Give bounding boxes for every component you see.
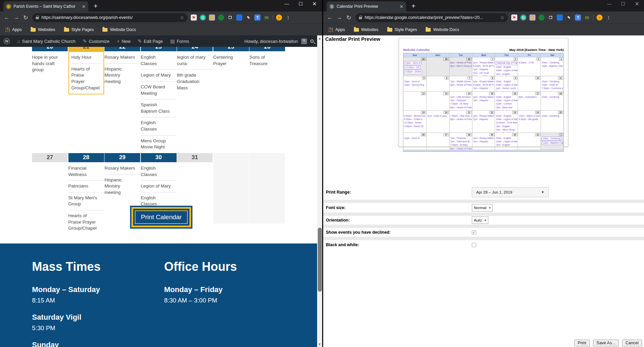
translate-icon[interactable]: T xyxy=(254,15,260,21)
calendar-event[interactable]: English Classes xyxy=(141,163,177,181)
bookmark-item-website-docs[interactable]: Website Docs xyxy=(426,27,459,32)
admin-site-link[interactable]: ⌂ Saint Mary Catholic Church xyxy=(13,35,79,47)
bookmark-item-website-docs[interactable]: Website Docs xyxy=(102,27,136,32)
bookmark-star-icon[interactable]: ☆ xyxy=(500,15,504,20)
tab-calendar-print-preview[interactable]: S Calendar Print Preview ✕ xyxy=(327,1,406,11)
show-declined-checkbox[interactable]: ✓ xyxy=(472,230,476,235)
map-pin-icon[interactable] xyxy=(539,15,545,21)
calendar-event[interactable]: St Mary Men's Group xyxy=(68,193,104,210)
pen-icon[interactable]: ✎ xyxy=(245,15,251,21)
scroll-down-icon[interactable]: ▼ xyxy=(317,341,322,347)
tab-close-icon[interactable]: ✕ xyxy=(400,4,403,9)
admin-forms[interactable]: ▤ Forms xyxy=(166,35,193,47)
calendar-event[interactable]: Sons of Treasure xyxy=(249,52,285,69)
admin-new[interactable]: + New xyxy=(113,35,134,47)
print-range-dropdown[interactable]: Apr 28 – Jun 1, 2019▼ xyxy=(472,187,549,197)
maximize-icon[interactable]: ☐ xyxy=(621,1,625,6)
translate-icon[interactable]: T xyxy=(575,15,581,21)
calendar-event[interactable]: Centering Prayer xyxy=(213,52,249,69)
reload-icon[interactable]: ↻ xyxy=(344,14,354,21)
close-icon[interactable]: ✕ xyxy=(312,1,317,7)
calendar-event[interactable]: Rosary Makers xyxy=(104,163,140,175)
print-button[interactable]: Print xyxy=(574,340,590,346)
calendar-event[interactable]: Hearts of Praise Prayer Group/Chapel xyxy=(68,210,104,234)
script-money-icon[interactable]: {$} xyxy=(584,15,590,21)
avatar[interactable] xyxy=(301,38,307,44)
blue-square-icon[interactable] xyxy=(236,15,242,21)
cancel-button[interactable]: Cancel xyxy=(622,340,642,346)
admin-howdy[interactable]: Howdy, diocesan-fortwalton xyxy=(244,39,298,44)
calendar-event[interactable]: Legion of Mary xyxy=(141,181,177,193)
new-tab-button[interactable]: + xyxy=(411,3,416,9)
bookmarks-bar: AppsWebsitesStyle PagesWebsite Docs xyxy=(0,24,322,35)
scrollbar-thumb[interactable] xyxy=(318,228,322,292)
minimize-icon[interactable]: — xyxy=(284,1,289,6)
calendar-event[interactable]: Hope in your hands craft group xyxy=(32,52,68,76)
wp-logo-menu[interactable]: W xyxy=(0,35,13,47)
bookmark-item-websites[interactable]: Websites xyxy=(354,27,378,32)
bookmark-item-websites[interactable]: Websites xyxy=(31,27,55,32)
vertical-scrollbar[interactable]: ▲ ▼ xyxy=(317,35,322,347)
back-icon[interactable]: ← xyxy=(2,14,11,21)
pen-icon[interactable]: ✎ xyxy=(566,15,572,21)
calendar-event[interactable]: 8th grade Graduation Mass xyxy=(177,70,213,94)
profile-icon[interactable]: ● xyxy=(276,15,282,21)
blue-square-icon[interactable] xyxy=(557,15,563,21)
orientation-select[interactable]: Auto▼ xyxy=(472,216,488,224)
black-white-checkbox[interactable] xyxy=(472,243,476,247)
calendar-event[interactable]: Hispanic Ministry meeting xyxy=(104,64,140,88)
calendar-event[interactable]: Hearts of Praise Prayer Group/Chapel xyxy=(71,64,102,94)
crop-icon[interactable]: ❐ xyxy=(548,15,554,21)
url-bar[interactable]: https://calendar.google.com/calendar/pri… xyxy=(356,13,508,22)
admin-customize[interactable]: ✎ Customize xyxy=(79,35,113,47)
photo-icon[interactable]: ▤ xyxy=(529,15,535,21)
photo-icon[interactable]: ▤ xyxy=(209,15,215,21)
menu-icon[interactable]: ⋮ xyxy=(285,15,291,21)
save-as-button[interactable]: Save As... xyxy=(593,340,619,346)
reload-icon[interactable]: ↻ xyxy=(21,14,30,21)
tab-parish-events[interactable]: Parish Events – Saint Mary Cathol ✕ xyxy=(3,1,88,11)
bookmark-item-apps[interactable]: Apps xyxy=(5,27,22,32)
calendar-event[interactable]: Rosary Makers xyxy=(104,52,140,64)
grammarly-icon[interactable]: G xyxy=(520,15,526,21)
calendar-event[interactable]: English Classes xyxy=(141,52,177,70)
bookmark-item-apps[interactable]: Apps xyxy=(329,27,345,32)
bookmark-star-icon[interactable]: ☆ xyxy=(180,15,184,20)
minimize-icon[interactable]: — xyxy=(607,1,612,6)
maximize-icon[interactable]: ☐ xyxy=(299,1,303,6)
setting-label: Print Range: xyxy=(326,190,351,195)
new-tab-button[interactable]: + xyxy=(94,3,98,9)
print-calendar-button[interactable]: Print Calendar xyxy=(130,206,192,229)
calendar-event[interactable]: Patricians xyxy=(68,181,104,193)
grammarly-icon[interactable]: G xyxy=(200,15,206,21)
admin-edit-page[interactable]: ✎ Edit Page xyxy=(134,35,166,47)
calendar-event[interactable]: Hispanic Ministry meeting xyxy=(104,175,140,199)
forward-icon[interactable]: → xyxy=(11,14,21,21)
tab-close-icon[interactable]: ✕ xyxy=(82,4,86,9)
calendar-event[interactable]: Financial Wellness xyxy=(68,163,104,181)
calendar-event[interactable]: Legion of Mary xyxy=(141,70,177,82)
search-icon[interactable] xyxy=(310,39,314,43)
script-money-icon[interactable]: {$} xyxy=(264,15,270,21)
font-size-select[interactable]: Normal▼ xyxy=(472,204,493,211)
calendar-event[interactable]: Spanish Baptism Class xyxy=(141,99,177,117)
calendar-event[interactable]: Holy Hour xyxy=(71,52,102,64)
calendar-event[interactable]: Mens Group Movie Night xyxy=(141,136,177,153)
bookmark-badge-icon[interactable]: ⚑ xyxy=(191,15,197,21)
preview-event: 12pm - Sons of xyxy=(404,61,422,65)
bookmark-item-style-pages[interactable]: Style Pages xyxy=(387,27,417,32)
scroll-up-icon[interactable]: ▲ xyxy=(317,35,322,41)
menu-icon[interactable]: ⋮ xyxy=(606,15,612,21)
url-bar[interactable]: https://saintmary.diocesanweb.org/parish… xyxy=(32,13,187,22)
forward-icon[interactable]: → xyxy=(335,14,344,21)
bookmark-item-style-pages[interactable]: Style Pages xyxy=(64,27,94,32)
calendar-event[interactable]: legion of mary curia xyxy=(177,52,213,70)
map-pin-icon[interactable] xyxy=(218,15,224,21)
calendar-event[interactable]: CCW Board Meeting xyxy=(141,82,177,99)
crop-icon[interactable]: ❐ xyxy=(227,15,233,21)
profile-icon[interactable]: ● xyxy=(596,15,603,21)
calendar-event[interactable]: English Classes xyxy=(141,117,177,135)
close-icon[interactable]: ✕ xyxy=(635,1,639,7)
back-icon[interactable]: ← xyxy=(325,14,335,21)
bookmark-badge-icon[interactable]: ⚑ xyxy=(511,15,517,21)
